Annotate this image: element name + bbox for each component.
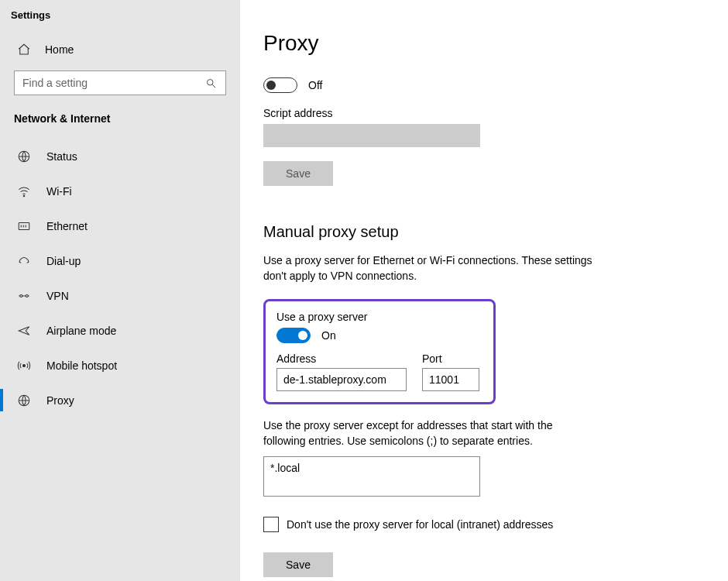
script-address-label: Script address [263,107,705,119]
save-button-auto[interactable]: Save [263,161,333,186]
address-label: Address [276,352,407,365]
save-button-manual[interactable]: Save [263,552,333,577]
svg-point-2 [23,195,25,197]
sidebar-item-label: Airplane mode [46,325,116,337]
sidebar-item-dialup[interactable]: Dial-up [0,243,240,278]
sidebar-item-label: Mobile hotspot [46,359,117,372]
search-input[interactable]: Find a setting [14,70,226,95]
category-heading: Network & Internet [0,109,240,139]
app-title: Settings [0,6,240,35]
sidebar-item-label: VPN [46,290,69,302]
sidebar-item-label: Proxy [46,394,74,407]
address-input[interactable] [276,368,407,391]
svg-point-6 [23,364,26,366]
wifi-icon [17,184,31,198]
sidebar-item-home[interactable]: Home [0,35,240,64]
manual-description: Use a proxy server for Ethernet or Wi-Fi… [263,253,596,284]
exceptions-description: Use the proxy server except for addresse… [263,418,596,449]
search-icon [204,76,218,90]
svg-point-4 [20,294,22,297]
use-proxy-toggle[interactable] [276,328,311,343]
home-icon [17,43,31,57]
vpn-icon [17,289,31,303]
sidebar-item-label: Status [46,150,77,163]
local-bypass-label: Don't use the proxy server for local (in… [287,518,553,531]
local-bypass-row: Don't use the proxy server for local (in… [263,517,705,532]
port-input[interactable] [422,368,479,391]
svg-point-0 [207,79,213,85]
sidebar-item-label: Dial-up [46,255,81,267]
dialup-icon [17,254,31,268]
main-content: Proxy Off Script address Save Manual pro… [240,0,728,581]
auto-detect-toggle-label: Off [308,79,322,91]
svg-point-5 [26,294,28,297]
manual-proxy-highlight: Use a proxy server On Address Port [263,299,496,404]
script-address-input[interactable] [263,124,480,147]
auto-detect-toggle-row: Off [263,77,705,93]
exceptions-input[interactable] [263,456,480,497]
use-proxy-label: Use a proxy server [276,311,482,323]
sidebar-item-vpn[interactable]: VPN [0,278,240,313]
search-placeholder: Find a setting [22,77,88,89]
sidebar: Settings Home Find a setting Network & I… [0,0,240,581]
sidebar-item-wifi[interactable]: Wi-Fi [0,174,240,208]
sidebar-item-status[interactable]: Status [0,139,240,174]
hotspot-icon [17,359,31,373]
proxy-icon [17,394,31,407]
local-bypass-checkbox[interactable] [263,517,279,532]
page-title: Proxy [263,31,705,56]
svg-rect-3 [19,222,29,229]
sidebar-item-hotspot[interactable]: Mobile hotspot [0,348,240,383]
sidebar-item-ethernet[interactable]: Ethernet [0,208,240,243]
globe-icon [17,150,31,163]
sidebar-item-proxy[interactable]: Proxy [0,383,240,418]
home-label: Home [45,43,74,56]
sidebar-item-label: Wi-Fi [46,185,72,198]
use-proxy-toggle-label: On [321,329,336,342]
manual-heading: Manual proxy setup [263,223,705,241]
ethernet-icon [17,219,31,233]
port-label: Port [422,352,479,365]
auto-detect-toggle[interactable] [263,77,297,93]
sidebar-item-airplane[interactable]: Airplane mode [0,313,240,348]
sidebar-item-label: Ethernet [46,220,88,232]
airplane-icon [17,324,31,338]
